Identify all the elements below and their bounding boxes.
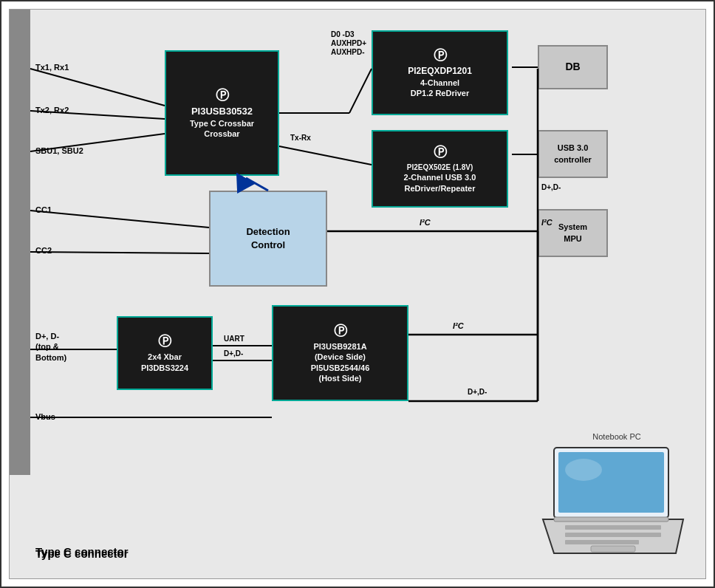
- signal-cc2: CC2: [35, 246, 52, 255]
- type-c-connector-label: Type C connector: [35, 545, 129, 558]
- dp-redriver-logo: Ⓟ: [434, 47, 447, 64]
- type-c-connector-bar: [10, 10, 30, 475]
- periph-db: DB: [538, 45, 608, 89]
- label-i2c-right: I²C: [541, 218, 552, 227]
- system-mpu-label: System MPU: [558, 222, 587, 245]
- svg-line-7: [30, 211, 209, 228]
- svg-line-4: [30, 69, 165, 106]
- signal-sbu1-sbu2: SBU1, SBU2: [35, 146, 83, 155]
- usb-redriver-desc2: ReDriver/Repeater: [405, 183, 476, 194]
- notebook-label: Notebook PC: [539, 432, 694, 441]
- svg-rect-32: [554, 517, 668, 522]
- device-host-name1: PI3USB9281A: [313, 341, 366, 352]
- dp-redriver-desc2: DP1.2 ReDriver: [411, 88, 470, 98]
- signal-tx2-rx2: Tx2, Rx2: [35, 106, 69, 114]
- svg-rect-28: [565, 525, 661, 530]
- svg-point-27: [565, 459, 602, 481]
- signal-cc1: CC1: [35, 205, 52, 214]
- usb-controller-label: USB 3.0 controller: [554, 143, 592, 165]
- detection-control-label: DetectionControl: [246, 225, 290, 252]
- db-label: DB: [565, 60, 580, 75]
- svg-line-8: [30, 252, 209, 253]
- label-d0-d3: D0 -D3: [331, 30, 355, 38]
- label-dp-dm-controller: D+,D-: [541, 183, 561, 191]
- device-host-desc2: (Host Side): [318, 373, 361, 383]
- xbar-small-name2: PI3DBS3224: [141, 363, 188, 373]
- usb-redriver-logo: Ⓟ: [434, 144, 447, 161]
- svg-line-12: [279, 146, 372, 165]
- label-i2c-mid: I²C: [420, 218, 431, 227]
- crossbar-desc1: Type C Crossbar: [190, 118, 254, 129]
- device-host-name2: PI5USB2544/46: [311, 363, 370, 373]
- label-dp-dm-mid: D+,D-: [224, 349, 243, 358]
- signal-tx1-rx1: Tx1, Rx1: [35, 63, 69, 72]
- device-host-logo: Ⓟ: [334, 323, 347, 340]
- diagram-area: Type C connector Tx1, Rx1 Tx2, Rx2 SBU1,…: [9, 9, 706, 579]
- crossbar-logo: Ⓟ: [216, 87, 229, 104]
- ic-dp-redriver: Ⓟ PI2EQXDP1201 4-Channel DP1.2 ReDriver: [372, 30, 508, 115]
- signal-vbus: Vbus: [35, 412, 55, 421]
- periph-usb-controller: USB 3.0 controller: [538, 130, 608, 178]
- ic-crossbar: Ⓟ PI3USB30532 Type C Crossbar Crossbar: [165, 50, 279, 176]
- label-i2c-bottom: I²C: [453, 321, 464, 330]
- svg-line-10: [349, 69, 372, 113]
- dp-redriver-name: PI2EQXDP1201: [408, 66, 472, 78]
- detection-control-box: DetectionControl: [209, 191, 327, 287]
- diagram-container: Type C connector Tx1, Rx1 Tx2, Rx2 SBU1,…: [0, 0, 715, 588]
- label-auxhpd-minus: AUXHPD-: [331, 48, 365, 56]
- label-dp-dm-right: D+,D-: [468, 388, 487, 396]
- dp-redriver-desc1: 4-Channel: [420, 78, 459, 88]
- svg-rect-31: [591, 546, 635, 552]
- xbar-small-name1: 2x4 Xbar: [148, 352, 182, 362]
- label-tx-rx: Tx-Rx: [290, 134, 311, 142]
- svg-rect-30: [565, 540, 639, 544]
- ic-xbar-small: Ⓟ 2x4 Xbar PI3DBS3224: [117, 316, 213, 390]
- svg-rect-29: [565, 533, 661, 537]
- svg-line-9: [246, 178, 268, 191]
- crossbar-name: PI3USB30532: [191, 106, 253, 118]
- periph-system-mpu: System MPU: [538, 209, 608, 257]
- label-uart: UART: [224, 335, 244, 343]
- ic-usb-redriver: Ⓟ PI2EQX502E (1.8V) 2-Channel USB 3.0 Re…: [372, 130, 508, 208]
- notebook-area: Notebook PC: [539, 432, 694, 565]
- notebook-pc-illustration: [539, 444, 694, 562]
- usb-redriver-name: PI2EQX502E (1.8V): [407, 163, 473, 172]
- device-host-desc1: (Device Side): [315, 352, 366, 362]
- xbar-small-logo: Ⓟ: [158, 333, 171, 350]
- ic-device-host: Ⓟ PI3USB9281A (Device Side) PI5USB2544/4…: [272, 305, 408, 401]
- label-auxhpd-plus: AUXHPD+: [331, 39, 366, 47]
- usb-redriver-desc1: 2-Channel USB 3.0: [404, 172, 476, 182]
- crossbar-desc2: Crossbar: [204, 129, 239, 139]
- signal-dp-dm: D+, D- (top & Bottom): [35, 331, 66, 363]
